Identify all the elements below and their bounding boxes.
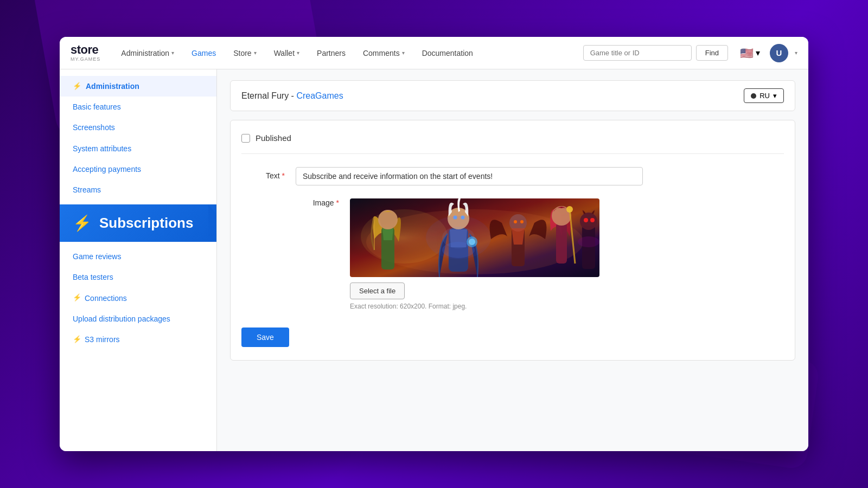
text-input[interactable]	[296, 167, 643, 185]
sidebar: Administration Basic features Screenshot…	[60, 69, 217, 451]
sidebar-item-basic-features[interactable]: Basic features	[60, 97, 216, 117]
nav-wallet-arrow: ▾	[297, 50, 299, 56]
nav-comments-arrow: ▾	[402, 50, 405, 56]
subscriptions-banner[interactable]: ⚡ Subscriptions	[60, 204, 216, 242]
nav-item-comments[interactable]: Comments ▾	[355, 44, 412, 62]
locale-dropdown-arrow: ▾	[773, 92, 777, 100]
find-button[interactable]: Find	[696, 45, 728, 61]
content-panel: Eternal Fury - CreaGames RU ▾	[217, 69, 808, 451]
logo-store-text: store	[71, 44, 100, 56]
svg-point-8	[520, 220, 524, 223]
sidebar-s3-mirrors-label: S3 mirrors	[85, 335, 120, 344]
sidebar-game-reviews-label: Game reviews	[73, 252, 121, 261]
nav-administration-label: Administration	[121, 49, 169, 57]
svg-point-12	[566, 206, 573, 213]
locale-label: RU	[760, 92, 770, 100]
svg-point-29	[442, 227, 475, 248]
sidebar-upload-packages-label: Upload distribution packages	[73, 314, 170, 324]
sidebar-item-screenshots[interactable]: Screenshots	[60, 117, 216, 138]
logo[interactable]: store MY.GAMES	[71, 44, 100, 62]
nav-right: 🇺🇸 ▾ U ▾	[737, 44, 797, 62]
sidebar-administration-label: Administration	[86, 81, 139, 91]
game-title: Eternal Fury - CreaGames	[241, 91, 343, 101]
image-field-row: Image *	[241, 198, 784, 310]
subscriptions-lightning-icon: ⚡	[73, 214, 92, 232]
select-file-button[interactable]: Select a file	[350, 282, 405, 299]
user-avatar[interactable]: U	[770, 44, 788, 62]
sidebar-item-game-reviews[interactable]: Game reviews	[60, 246, 216, 267]
sidebar-beta-testers-label: Beta testers	[73, 272, 113, 282]
sidebar-system-attributes-label: System attributes	[73, 144, 131, 153]
svg-point-27	[578, 236, 599, 247]
save-button[interactable]: Save	[241, 328, 289, 347]
sidebar-item-connections[interactable]: ⚡ Connections	[60, 288, 216, 309]
sidebar-item-administration[interactable]: Administration	[60, 76, 216, 97]
sidebar-item-beta-testers[interactable]: Beta testers	[60, 267, 216, 287]
user-dropdown-arrow[interactable]: ▾	[795, 50, 797, 56]
sidebar-item-streams[interactable]: Streams	[60, 179, 216, 200]
form-card: Published Text * Image *	[230, 120, 795, 361]
svg-point-24	[580, 213, 597, 230]
file-format-hint: Exact resolution: 620x200. Format: jpeg.	[350, 303, 599, 310]
search-input[interactable]	[583, 45, 692, 61]
sidebar-screenshots-label: Screenshots	[73, 123, 115, 132]
nav-search: Find	[583, 45, 728, 61]
nav-store-label: Store	[233, 49, 251, 57]
s3-lightning-icon: ⚡	[73, 335, 81, 344]
language-dropdown-arrow: ▾	[756, 48, 760, 58]
svg-point-7	[514, 220, 517, 223]
nav-item-partners[interactable]: Partners	[309, 44, 353, 62]
language-selector[interactable]: 🇺🇸 ▾	[737, 44, 763, 62]
nav-partners-label: Partners	[317, 49, 346, 57]
navbar: store MY.GAMES Administration ▾ Games St…	[60, 37, 808, 69]
nav-items: Administration ▾ Games Store ▾ Wallet ▾ …	[113, 44, 583, 62]
sidebar-item-upload-packages[interactable]: Upload distribution packages	[60, 309, 216, 329]
text-field-label: Text *	[241, 167, 285, 180]
locale-button[interactable]: RU ▾	[744, 88, 784, 103]
nav-item-documentation[interactable]: Documentation	[414, 44, 481, 62]
nav-wallet-label: Wallet	[274, 49, 295, 57]
sidebar-item-s3-mirrors[interactable]: ⚡ S3 mirrors	[60, 329, 216, 350]
flag-icon: 🇺🇸	[740, 47, 754, 60]
nav-item-administration[interactable]: Administration ▾	[113, 44, 182, 62]
nav-item-wallet[interactable]: Wallet ▾	[266, 44, 307, 62]
game-image-preview	[350, 198, 599, 277]
nav-comments-label: Comments	[363, 49, 400, 57]
company-link[interactable]: CreaGames	[296, 91, 343, 100]
subscriptions-label: Subscriptions	[99, 215, 193, 232]
image-required-star: *	[336, 198, 339, 207]
svg-point-21	[378, 210, 398, 229]
sidebar-item-accepting-payments[interactable]: Accepting payments	[60, 159, 216, 179]
svg-rect-9	[556, 223, 567, 264]
svg-point-25	[584, 218, 588, 222]
logo-mygames-text: MY.GAMES	[71, 56, 100, 62]
sidebar-connections-label: Connections	[85, 293, 127, 303]
sidebar-accepting-payments-label: Accepting payments	[73, 164, 141, 174]
sidebar-streams-label: Streams	[73, 185, 101, 195]
svg-point-26	[590, 218, 595, 222]
text-field-row: Text *	[241, 167, 784, 185]
published-checkbox[interactable]	[241, 134, 250, 143]
game-image-svg	[350, 198, 599, 277]
sidebar-basic-features-label: Basic features	[73, 102, 121, 112]
text-required-star: *	[282, 171, 285, 180]
game-header: Eternal Fury - CreaGames RU ▾	[230, 80, 795, 111]
sidebar-item-system-attributes[interactable]: System attributes	[60, 138, 216, 159]
nav-documentation-label: Documentation	[422, 49, 473, 57]
nav-games-label: Games	[192, 49, 216, 57]
published-row: Published	[241, 133, 784, 154]
main-window: store MY.GAMES Administration ▾ Games St…	[60, 37, 808, 451]
nav-administration-arrow: ▾	[171, 50, 174, 56]
nav-item-games[interactable]: Games	[184, 44, 224, 62]
image-section: Select a file Exact resolution: 620x200.…	[350, 198, 599, 310]
image-field-label: Image *	[296, 198, 339, 207]
main-content: Administration Basic features Screenshot…	[60, 69, 808, 451]
published-label: Published	[256, 133, 291, 143]
connections-lightning-icon: ⚡	[73, 293, 81, 303]
nav-store-arrow: ▾	[254, 50, 257, 56]
nav-item-store[interactable]: Store ▾	[226, 44, 264, 62]
locale-dot-icon	[751, 93, 756, 99]
